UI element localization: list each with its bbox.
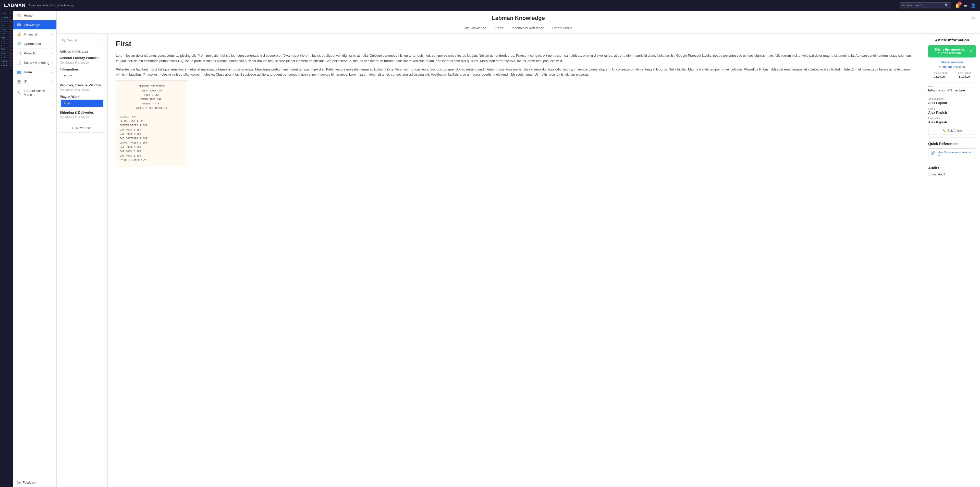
author-field: Author Alex Papish (928, 107, 976, 114)
chevron-icon: › (52, 61, 53, 64)
area-manager-value: Alex Papish (928, 101, 976, 105)
perf-row: 395.9ms (0, 59, 13, 64)
chevron-icon: › (52, 70, 53, 73)
sidebar-item-operational[interactable]: ⚙️ Operational › (13, 39, 56, 48)
first-created-value: 03.04.24 (928, 75, 951, 79)
articles-section: Shipping & DeliveriesNo articles this se… (57, 109, 107, 121)
new-article-button[interactable]: ⊕ New article (60, 123, 104, 133)
sidebar-item-home[interactable]: 🏠 Home (13, 11, 56, 20)
page-header: Labman Knowledge ⚙ My KnowledgeAreasTech… (57, 11, 980, 34)
tagline: Science enabled through technology. (29, 4, 900, 7)
menu-icon[interactable]: ☰ (964, 3, 967, 8)
section-title: Information (60, 67, 104, 71)
perf-row: 30.5ms (0, 36, 13, 40)
app-body: 32.0ms1178.7ms7208.3ms25.7ms27.0ms33.4ms… (0, 11, 980, 487)
page-nav-my-knowledge[interactable]: My Knowledge (465, 25, 486, 31)
edit-article-label: Edit Article (948, 129, 962, 133)
settings-icon[interactable]: ⚙ (971, 16, 975, 21)
see-all-revisions-link[interactable]: See all revisions (928, 61, 976, 64)
page-nav-technology-reference[interactable]: Technology Reference (511, 25, 544, 31)
receipt-city: ONEONTA N.Y. (120, 102, 183, 106)
receipt-line-item: CLOROX .89T (120, 115, 183, 119)
audit-num: 1 (928, 172, 930, 176)
area-field: Area Information + Structure (928, 85, 976, 92)
perf-row: 62.0ms (0, 56, 13, 60)
sidebar-item-intranet-admin-menu[interactable]: 🔧 Intranet Admin Menu › (13, 86, 56, 99)
feedback-label: Feedback (23, 481, 36, 484)
articles-panel: 🔍 ✕ Articles in this area General Factor… (57, 34, 108, 487)
receipt-line-item: CAT FOOD 2.38T (120, 149, 183, 154)
perf-row: 1178.7ms (0, 16, 13, 20)
last-editor-field: Last editor Alex Papish (928, 117, 976, 124)
articles-sections: General Factory PoliciesNo articles this… (57, 54, 107, 121)
articles-search-input[interactable] (60, 37, 104, 44)
audit-label: First Audit (932, 172, 945, 176)
sidebar-item-projects[interactable]: 📋 Projects › (13, 48, 56, 58)
link-icon: 🔗 (931, 151, 935, 155)
nav-item-label: Operational (24, 42, 41, 46)
articles-section: General Factory PoliciesNo articles this… (57, 54, 107, 66)
info-divider-3 (928, 137, 976, 138)
notifications-icon[interactable]: 🔔 10 (955, 3, 960, 8)
three-col: 🔍 ✕ Articles in this area General Factor… (57, 34, 980, 487)
nav-item-icon: 💰 (17, 32, 21, 36)
receipt-line-item: CAT FOOD 2.38T (120, 128, 183, 132)
audits-title: Audits (928, 166, 976, 170)
perf-row: 25.7ms (0, 24, 13, 28)
last-edited-box: Last edited 11.04.24 (953, 72, 976, 79)
article-paragraph-1: Lorem ipsum dolor sit amet, consectetur … (116, 53, 916, 64)
chevron-icon: › (52, 91, 53, 94)
articles-section: Vehicles, Travel & VisitorsNo articles t… (57, 82, 107, 93)
nav-item-icon: 👥 (17, 70, 21, 74)
compare-revisions-link[interactable]: Compare revisions (928, 65, 976, 69)
sidebar-item-sales---marketing[interactable]: 📊 Sales / Marketing › (13, 58, 56, 67)
last-editor-value: Alex Papish (928, 120, 976, 124)
area-manager-field: Area manager Alex Papish (928, 97, 976, 105)
quick-ref-url[interactable]: https://labmanautomation.com/ (937, 151, 974, 157)
quick-refs-title: Quick References (928, 142, 976, 146)
first-created-box: First created 03.04.24 (928, 72, 951, 79)
receipt-image: SEASONS GREETINGS GREAT AMERICAN FOOD ST… (116, 80, 187, 166)
article-item[interactable]: First (61, 100, 103, 107)
page-header-row: Labman Knowledge ⚙ (57, 13, 980, 23)
receipt-line-item: CAT FOOD 2.38T (120, 145, 183, 149)
user-icon[interactable]: 👤 (971, 3, 976, 8)
perf-row: 61.7ms (0, 44, 13, 48)
last-editor-label: Last editor (928, 117, 976, 120)
topbar-search-input[interactable] (900, 2, 951, 8)
quick-ref-item: 🔗 https://labmanautomation.com/ (928, 148, 976, 159)
nav-item-icon: 🔧 (17, 91, 21, 95)
sidebar-item-it[interactable]: 💻 IT › (13, 77, 56, 86)
article-body: Lorem ipsum dolor sit amet, consectetur … (116, 53, 916, 166)
page-nav-create-article[interactable]: Create Article (552, 25, 572, 31)
edit-icon: ✏️ (942, 129, 946, 133)
topbar: LABMAN Science enabled through technolog… (0, 0, 980, 11)
article-content: First Lorem ipsum dolor sit amet, consec… (108, 34, 924, 487)
new-article-label: New article (76, 126, 92, 130)
info-dates: First created 03.04.24 Last edited 11.04… (928, 72, 976, 79)
article-search-icon: 🔍 (62, 38, 66, 42)
edit-article-button[interactable]: ✏️ Edit Article (928, 127, 976, 135)
nav-item-label: Home (24, 14, 33, 18)
topbar-search-icon: 🔍 (945, 3, 949, 7)
page-nav-areas[interactable]: Areas (494, 25, 503, 31)
nav-item-label: Intranet Admin Menu (24, 89, 52, 97)
sidebar-item-team[interactable]: 👥 Team › (13, 67, 56, 77)
nav-item-icon: ⚙️ (17, 42, 21, 46)
sidebar-item-knowledge[interactable]: 📖 Knowledge (13, 20, 56, 30)
nav-item-icon: 📋 (17, 51, 21, 55)
sidebar-item-financial[interactable]: 💰 Financial › (13, 30, 56, 39)
articles-search: 🔍 ✕ (57, 34, 107, 47)
receipt-greeting: SEASONS GREETINGS (120, 84, 183, 89)
nav-sidebar: 🏠 Home 📖 Knowledge 💰 Financial ›⚙️ Opera… (13, 11, 57, 487)
feedback-button[interactable]: 💬Feedback (13, 478, 56, 487)
article-item[interactable]: fourth (61, 72, 103, 80)
receipt-store-type: FOOD STORE (120, 93, 183, 97)
perf-row: 7208.3ms (0, 20, 13, 24)
receipt-store-name: GREAT AMERICAN (120, 89, 183, 93)
audits-list: 1First Audit (928, 172, 976, 176)
article-title: First (116, 40, 916, 48)
articles-search-clear[interactable]: ✕ (100, 38, 102, 42)
perf-row: 41.9ms (0, 40, 13, 44)
last-edited-label: Last edited (953, 72, 976, 75)
